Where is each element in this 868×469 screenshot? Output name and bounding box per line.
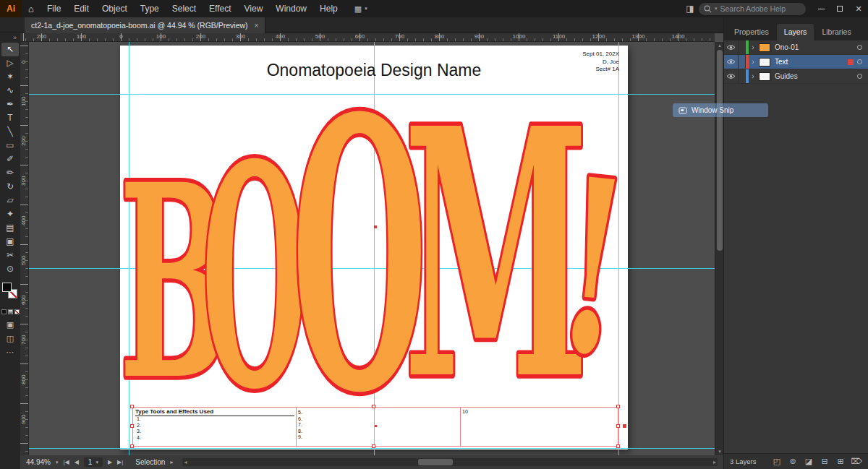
layer-row[interactable]: › Guides xyxy=(724,69,868,84)
table-header[interactable]: Type Tools and Effects Used xyxy=(135,408,294,416)
rectangle-tool[interactable]: ▭ xyxy=(1,139,19,152)
collect-export-icon[interactable]: ◰ xyxy=(771,457,783,466)
lasso-tool[interactable]: ∿ xyxy=(1,84,19,98)
expand-chevron-icon[interactable]: › xyxy=(749,58,757,66)
first-artboard-button[interactable]: |◀ xyxy=(63,459,69,465)
scroll-right-icon[interactable]: ▸ xyxy=(713,458,716,466)
gradient-button[interactable] xyxy=(8,309,13,314)
layer-name[interactable]: Ono-01 xyxy=(775,43,799,51)
document-tab[interactable]: ct2-1a_d-joe_onomatopoeia-boom.ai @ 44.9… xyxy=(25,17,265,33)
pen-tool[interactable]: ✒ xyxy=(1,98,19,111)
artboard-number-field[interactable]: 1 ▾ xyxy=(84,457,103,467)
lock-toggle[interactable] xyxy=(739,55,746,69)
selection-handle[interactable] xyxy=(372,444,375,448)
selection-tool[interactable]: ↖ xyxy=(1,43,19,56)
zoom-level[interactable]: 44.94% xyxy=(26,458,51,466)
vertical-ruler[interactable]: 0100200300400500600700800900 xyxy=(20,42,29,455)
minimize-button[interactable] xyxy=(812,0,830,17)
horizontal-ruler[interactable]: 2001000100200300400500600700800900100011… xyxy=(20,33,715,42)
panel-tab[interactable]: Layers xyxy=(777,24,814,40)
boom-artwork[interactable]: B O O M ! xyxy=(124,112,616,401)
layer-name[interactable]: Text xyxy=(775,58,788,66)
artboard-tool[interactable]: ▣ xyxy=(1,235,19,249)
selection-handle[interactable] xyxy=(616,424,620,428)
menu-item[interactable]: Object xyxy=(95,0,134,17)
gradient-tool[interactable]: ▤ xyxy=(1,221,19,235)
last-artboard-button[interactable]: ▶| xyxy=(117,459,123,465)
locate-object-icon[interactable]: ⊚ xyxy=(787,457,799,466)
selection-handle[interactable] xyxy=(130,405,134,408)
table-column-1[interactable]: 1.2.3.4. xyxy=(137,416,141,441)
make-clipping-mask-icon[interactable]: ◪ xyxy=(803,457,814,466)
tab-close-icon[interactable]: × xyxy=(255,22,259,30)
selection-handle[interactable] xyxy=(616,405,620,408)
table-column-3[interactable]: 10 xyxy=(462,409,468,416)
line-segment-tool[interactable]: ╲ xyxy=(1,125,19,139)
visibility-toggle[interactable] xyxy=(724,40,739,54)
layer-name[interactable]: Guides xyxy=(775,72,798,80)
panel-tab[interactable]: Libraries xyxy=(814,24,858,40)
screen-mode-icon[interactable]: ◫ xyxy=(1,334,19,343)
pencil-tool[interactable]: ✏ xyxy=(1,166,19,180)
layer-row[interactable]: › Ono-01 xyxy=(724,40,868,55)
search-input[interactable]: ▾ Search Adobe Help xyxy=(699,3,806,15)
menu-item[interactable]: Window xyxy=(269,0,313,17)
none-button[interactable] xyxy=(14,309,20,314)
magic-wand-tool[interactable]: ✶ xyxy=(1,70,19,84)
delete-layer-icon[interactable]: ⌦ xyxy=(851,457,862,466)
layer-row[interactable]: › Text xyxy=(724,55,868,69)
new-sublayer-icon[interactable]: ⊟ xyxy=(819,457,830,466)
slice-tool[interactable]: ✂ xyxy=(1,249,19,262)
table-column-2[interactable]: 5.6.7.8.9. xyxy=(298,410,302,441)
scale-tool[interactable]: ▱ xyxy=(1,194,19,207)
selection-handle[interactable] xyxy=(372,405,375,408)
canvas-viewport[interactable]: Onomatopoeia Design Name Sept 01, 202XD,… xyxy=(29,42,715,455)
target-circle-icon[interactable] xyxy=(857,45,862,50)
type-tool[interactable]: T xyxy=(1,111,19,125)
eyedropper-tool[interactable]: ✦ xyxy=(1,207,19,221)
selection-handle[interactable] xyxy=(130,444,134,448)
selection-handle-filled[interactable] xyxy=(623,424,626,428)
prev-artboard-button[interactable]: ◀ xyxy=(75,459,79,465)
menu-item[interactable]: Type xyxy=(134,0,166,17)
menu-item[interactable]: View xyxy=(238,0,270,17)
horizontal-scrollbar[interactable]: ◂ ▸ xyxy=(182,458,718,466)
expand-chevron-icon[interactable]: › xyxy=(749,72,757,80)
zoom-tool[interactable]: ⊙ xyxy=(1,262,19,276)
direct-selection-tool[interactable]: ▷ xyxy=(1,56,19,70)
visibility-toggle[interactable] xyxy=(724,55,739,69)
toolbar-collapse-icon[interactable]: » xyxy=(0,33,20,43)
visibility-toggle[interactable] xyxy=(724,69,739,83)
workspace-switcher[interactable]: ▦ ▾ xyxy=(354,4,367,14)
lock-toggle[interactable] xyxy=(739,40,746,54)
selection-handle[interactable] xyxy=(130,424,134,428)
horizontal-scroll-thumb[interactable] xyxy=(418,459,453,465)
panel-tab[interactable]: Properties xyxy=(727,24,776,40)
lock-toggle[interactable] xyxy=(739,69,746,83)
home-icon[interactable]: ⌂ xyxy=(22,4,41,14)
status-flyout-icon[interactable]: ▸ xyxy=(170,459,173,465)
zoom-caret-icon[interactable]: ▾ xyxy=(56,460,59,465)
menu-item[interactable]: Help xyxy=(313,0,344,17)
new-layer-icon[interactable]: ⊞ xyxy=(835,457,846,466)
expand-chevron-icon[interactable]: › xyxy=(749,43,757,51)
paintbrush-tool[interactable]: ✐ xyxy=(1,152,19,166)
fill-swatch[interactable] xyxy=(2,283,12,292)
restore-button[interactable] xyxy=(830,0,849,17)
next-artboard-button[interactable]: ▶ xyxy=(108,459,112,465)
menu-item[interactable]: Select xyxy=(166,0,203,17)
target-circle-icon[interactable] xyxy=(857,74,862,79)
menu-item[interactable]: Effect xyxy=(203,0,237,17)
menu-item[interactable]: Edit xyxy=(67,0,95,17)
target-circle-icon[interactable] xyxy=(857,59,862,64)
rotate-tool[interactable]: ↻ xyxy=(1,180,19,194)
color-button[interactable] xyxy=(1,309,7,314)
close-button[interactable]: ✕ xyxy=(849,0,868,17)
selection-handle[interactable] xyxy=(616,444,620,448)
more-tools-icon[interactable]: ⋯ xyxy=(1,348,19,357)
dock-panel-icon[interactable]: ◨ xyxy=(681,4,699,14)
draw-mode-icon[interactable]: ▣ xyxy=(1,320,19,330)
scroll-left-icon[interactable]: ◂ xyxy=(184,458,187,466)
vertical-scroll-thumb[interactable] xyxy=(717,50,723,251)
menu-item[interactable]: File xyxy=(41,0,67,17)
